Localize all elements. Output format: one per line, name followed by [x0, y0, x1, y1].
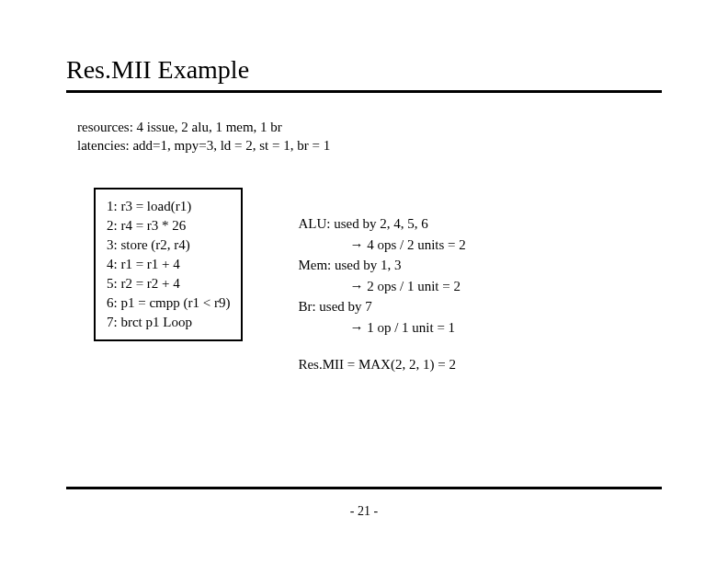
br-math: → 1 op / 1 unit = 1 — [349, 317, 465, 339]
code-line: 7: brct p1 Loop — [107, 313, 230, 332]
calculation-block: ALU: used by 2, 4, 5, 6 → 4 ops / 2 unit… — [298, 213, 465, 375]
mem-line: Mem: used by 1, 3 — [298, 255, 465, 276]
code-line: 6: p1 = cmpp (r1 < r9) — [107, 293, 230, 313]
code-line: 4: r1 = r1 + 4 — [107, 255, 230, 274]
code-line: 3: store (r2, r4) — [107, 236, 230, 255]
br-line: Br: used by 7 — [298, 296, 465, 317]
arrow-icon: → — [349, 236, 363, 252]
code-line: 1: r3 = load(r1) — [107, 197, 230, 216]
mem-math: → 2 ops / 1 unit = 2 — [349, 276, 465, 297]
latencies-line: latencies: add=1, mpy=3, ld = 2, st = 1,… — [77, 137, 662, 155]
br-math-text: 1 op / 1 unit = 1 — [363, 320, 455, 335]
code-line: 5: r2 = r2 + 4 — [107, 274, 230, 293]
alu-line: ALU: used by 2, 4, 5, 6 — [298, 213, 465, 235]
content-row: 1: r3 = load(r1) 2: r4 = r3 * 26 3: stor… — [94, 188, 662, 375]
resources-line: resources: 4 issue, 2 alu, 1 mem, 1 br — [77, 119, 662, 137]
title-divider — [66, 90, 662, 93]
mem-math-text: 2 ops / 1 unit = 2 — [363, 279, 461, 293]
code-block: 1: r3 = load(r1) 2: r4 = r3 * 26 3: stor… — [94, 188, 243, 341]
resmii-result: Res.MII = MAX(2, 2, 1) = 2 — [298, 354, 465, 375]
page-number: - 21 - — [0, 504, 728, 519]
resource-meta: resources: 4 issue, 2 alu, 1 mem, 1 br l… — [77, 119, 662, 155]
footer-divider — [66, 487, 662, 489]
arrow-icon: → — [349, 278, 363, 293]
alu-math-text: 4 ops / 2 units = 2 — [363, 237, 465, 252]
alu-math: → 4 ops / 2 units = 2 — [349, 235, 465, 256]
code-line: 2: r4 = r3 * 26 — [107, 216, 230, 236]
arrow-icon: → — [349, 319, 363, 335]
page-title: Res.MII Example — [66, 55, 662, 85]
